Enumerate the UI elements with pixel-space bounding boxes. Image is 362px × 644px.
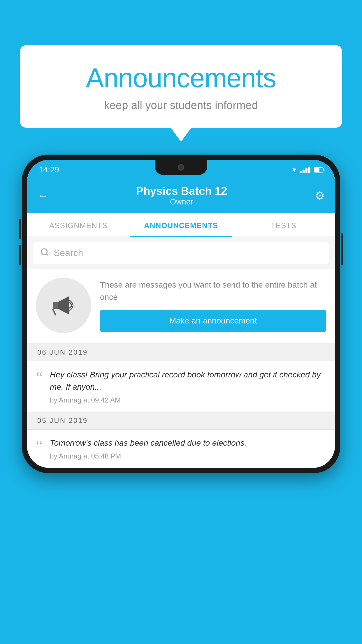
quote-icon-1: “ — [36, 370, 43, 385]
prompt-right: These are messages you want to send to t… — [100, 279, 326, 332]
page-title: Announcements — [34, 63, 328, 93]
svg-line-1 — [46, 254, 48, 255]
svg-line-4 — [53, 310, 55, 315]
prompt-description: These are messages you want to send to t… — [100, 279, 326, 303]
phone-mockup: 14:29 ▾ ← Physics Batch — [22, 155, 340, 473]
quote-icon-2: “ — [36, 438, 43, 454]
notch — [155, 160, 207, 175]
search-icon — [40, 247, 49, 259]
signal-icon — [300, 167, 310, 173]
app-header: ← Physics Batch 12 Owner ⚙ — [27, 180, 335, 213]
status-icons: ▾ — [292, 165, 323, 174]
announcement-item-2[interactable]: “ Tomorrow's class has been cancelled du… — [27, 430, 335, 468]
status-bar: 14:29 ▾ — [27, 160, 335, 180]
announcement-prompt: These are messages you want to send to t… — [27, 269, 335, 344]
phone-screen: 14:29 ▾ ← Physics Batch — [27, 160, 335, 468]
volume-up-button — [19, 219, 21, 239]
svg-marker-2 — [53, 302, 58, 309]
announcement-content-1: Hey class! Bring your practical record b… — [50, 369, 326, 404]
tab-assignments[interactable]: ASSIGNMENTS — [27, 213, 130, 237]
header-center: Physics Batch 12 Owner — [136, 185, 227, 206]
power-button — [341, 233, 343, 265]
tabs-bar: ASSIGNMENTS ANNOUNCEMENTS TESTS — [27, 213, 335, 237]
announcement-meta-2: by Anurag at 05:48 PM — [50, 452, 326, 460]
battery-icon — [314, 167, 323, 172]
volume-down-button — [19, 245, 21, 265]
batch-role: Owner — [136, 197, 227, 206]
svg-point-0 — [41, 249, 47, 255]
tab-tests[interactable]: TESTS — [232, 213, 335, 237]
announcement-item-1[interactable]: “ Hey class! Bring your practical record… — [27, 361, 335, 412]
search-placeholder: Search — [54, 248, 83, 258]
wifi-icon: ▾ — [292, 165, 296, 174]
announcement-meta-1: by Anurag at 09:42 AM — [50, 396, 326, 404]
speech-bubble-container: Announcements keep all your students inf… — [20, 45, 342, 128]
phone-outer: 14:29 ▾ ← Physics Batch — [22, 155, 340, 473]
svg-marker-3 — [58, 296, 69, 315]
make-announcement-button[interactable]: Make an announcement — [100, 310, 326, 332]
megaphone-circle — [36, 278, 91, 333]
announcement-content-2: Tomorrow's class has been cancelled due … — [50, 437, 326, 460]
back-button[interactable]: ← — [37, 190, 48, 202]
speech-bubble: Announcements keep all your students inf… — [20, 45, 342, 128]
search-container: Search — [27, 237, 335, 269]
search-bar[interactable]: Search — [33, 242, 329, 264]
announcement-text-2: Tomorrow's class has been cancelled due … — [50, 437, 326, 449]
settings-icon[interactable]: ⚙ — [315, 189, 325, 202]
announcement-text-1: Hey class! Bring your practical record b… — [50, 369, 326, 393]
megaphone-icon — [49, 291, 78, 320]
camera — [178, 164, 184, 171]
date-separator-1: 06 JUN 2019 — [27, 344, 335, 361]
tab-announcements[interactable]: ANNOUNCEMENTS — [130, 213, 232, 237]
page-subtitle: keep all your students informed — [34, 99, 328, 112]
batch-title: Physics Batch 12 — [136, 185, 227, 197]
date-separator-2: 05 JUN 2019 — [27, 412, 335, 430]
status-time: 14:29 — [39, 165, 59, 174]
